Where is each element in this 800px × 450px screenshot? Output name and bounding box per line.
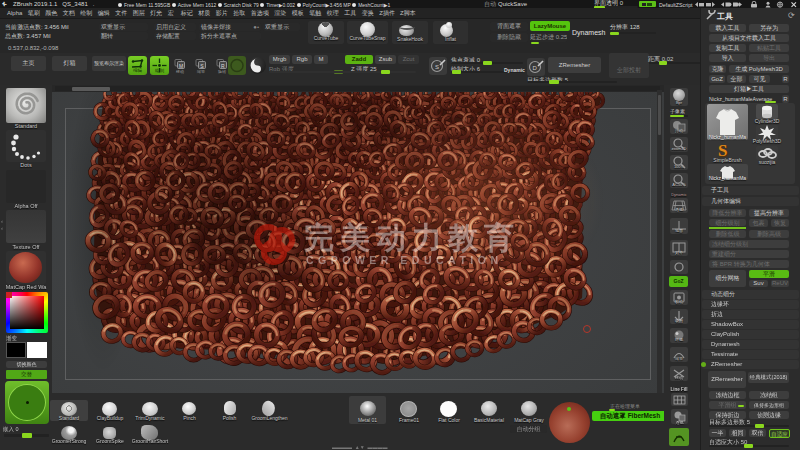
svg-text:D: D (533, 65, 538, 71)
svg-text:S: S (435, 64, 439, 70)
